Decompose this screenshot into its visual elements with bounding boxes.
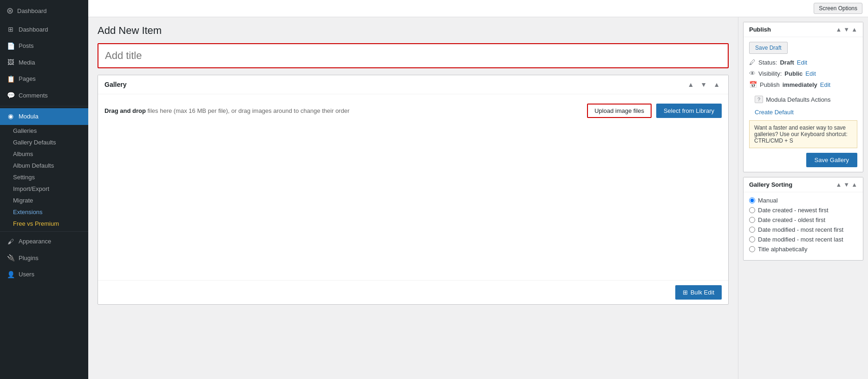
clearfix: Save Gallery bbox=[749, 151, 857, 167]
modula-badge: ? bbox=[755, 96, 763, 103]
sorting-option-date-modified-last: Date modified - most recent last bbox=[749, 236, 857, 243]
publish-metabox-body: Save Draft 🖊 Status: Draft Edit 👁 Visibi… bbox=[744, 37, 863, 172]
sidebar-item-label: Pages bbox=[19, 75, 36, 83]
gallery-down-button[interactable]: ▼ bbox=[698, 80, 709, 89]
upload-image-files-button[interactable]: Upload image files bbox=[587, 104, 652, 118]
sidebar-subitem-galleries[interactable]: Galleries bbox=[0, 125, 88, 137]
sorting-collapse-button[interactable]: ▲ bbox=[851, 181, 857, 188]
publish-metabox: Publish ▲ ▼ ▲ Save Draft 🖊 Status: Draft… bbox=[743, 22, 863, 172]
sidebar-subitem-migrate[interactable]: Migrate bbox=[0, 195, 88, 206]
screen-options-button[interactable]: Screen Options bbox=[814, 3, 862, 14]
sorting-label-date-modified-last: Date modified - most recent last bbox=[758, 236, 843, 243]
main-area: Screen Options Add New Item Gallery ▲ ▼ … bbox=[88, 0, 868, 379]
publish-collapse-button[interactable]: ▲ bbox=[851, 26, 857, 33]
publish-down-button[interactable]: ▼ bbox=[843, 26, 849, 33]
sorting-label-title-alpha: Title alphabetically bbox=[758, 246, 807, 253]
gallery-drop-area: Drag and drop files here (max 16 MB per … bbox=[104, 104, 722, 118]
sorting-label-manual: Manual bbox=[758, 197, 778, 204]
sidebar-item-pages[interactable]: 📋 Pages bbox=[0, 71, 88, 88]
sorting-radio-manual[interactable] bbox=[749, 197, 755, 203]
sidebar-subitem-free-vs-premium[interactable]: Free vs Premium bbox=[0, 218, 88, 229]
drag-drop-bold: Drag and drop bbox=[104, 107, 146, 114]
sorting-label-date-oldest: Date created - oldest first bbox=[758, 216, 825, 223]
gallery-controls: ▲ ▼ ▲ bbox=[685, 80, 722, 89]
sorting-radio-title-alpha[interactable] bbox=[749, 246, 755, 252]
sidebar-subitem-extensions[interactable]: Extensions bbox=[0, 206, 88, 218]
visibility-row: 👁 Visibility: Public Edit bbox=[749, 70, 857, 77]
posts-icon: 📄 bbox=[7, 42, 15, 51]
sidebar-logo[interactable]: ⊛ Dashboard bbox=[0, 0, 88, 21]
sorting-label-date-newest: Date created - newest first bbox=[758, 207, 829, 214]
title-input[interactable] bbox=[98, 44, 728, 67]
publish-when: immediately bbox=[783, 81, 817, 88]
status-row: 🖊 Status: Draft Edit bbox=[749, 59, 857, 66]
publish-edit-link[interactable]: Edit bbox=[820, 81, 830, 88]
sidebar-item-users[interactable]: 👤 Users bbox=[0, 267, 88, 283]
publish-label: Publish bbox=[760, 81, 780, 88]
sidebar-subitem-albums[interactable]: Albums bbox=[0, 148, 88, 160]
status-value: Draft bbox=[780, 59, 794, 66]
calendar-icon: 📅 bbox=[749, 81, 757, 88]
sidebar-item-comments[interactable]: 💬 Comments bbox=[0, 87, 88, 104]
sorting-radio-date-modified-recent[interactable] bbox=[749, 227, 755, 233]
content-area: Add New Item Gallery ▲ ▼ ▲ bbox=[88, 17, 868, 379]
gallery-sorting-metabox: Gallery Sorting ▲ ▼ ▲ ManualDate created… bbox=[743, 177, 863, 261]
modula-actions-label: Modula Defaults Actions bbox=[766, 96, 830, 103]
sidebar-item-label: Plugins bbox=[19, 254, 39, 262]
sidebar-item-modula[interactable]: ◉ Modula bbox=[0, 108, 88, 125]
sidebar-divider bbox=[0, 106, 88, 106]
sidebar-item-posts[interactable]: 📄 Posts bbox=[0, 38, 88, 55]
title-input-wrapper bbox=[98, 43, 729, 68]
sidebar-item-label: Appearance bbox=[19, 237, 51, 246]
bulk-edit-row: ⊞ Bulk Edit bbox=[98, 280, 728, 304]
sorting-down-button[interactable]: ▼ bbox=[843, 181, 849, 188]
sidebar-divider-2 bbox=[0, 231, 88, 232]
wordpress-icon: ⊛ bbox=[7, 6, 13, 16]
modula-icon: ◉ bbox=[7, 112, 15, 121]
sorting-label-date-modified-recent: Date modified - most recent first bbox=[758, 226, 843, 233]
publish-metabox-header: Publish ▲ ▼ ▲ bbox=[744, 22, 863, 37]
sidebar-subitem-gallery-defaults[interactable]: Gallery Defaults bbox=[0, 137, 88, 148]
bulk-edit-button[interactable]: ⊞ Bulk Edit bbox=[675, 285, 722, 300]
sidebar-item-media[interactable]: 🖼 Media bbox=[0, 54, 88, 71]
dashboard-icon: ⊞ bbox=[7, 25, 15, 34]
media-icon: 🖼 bbox=[7, 58, 15, 67]
gallery-up-button[interactable]: ▲ bbox=[685, 80, 696, 89]
sidebar-subitem-import-export[interactable]: Import/Export bbox=[0, 183, 88, 195]
sidebar-item-label: Comments bbox=[19, 91, 48, 100]
status-icon: 🖊 bbox=[749, 59, 756, 66]
bulk-edit-label: Bulk Edit bbox=[691, 289, 714, 296]
visibility-edit-link[interactable]: Edit bbox=[805, 70, 816, 77]
gallery-metabox: Gallery ▲ ▼ ▲ Drag and drop files here (… bbox=[98, 75, 729, 305]
save-gallery-button[interactable]: Save Gallery bbox=[806, 153, 857, 167]
sidebar-item-plugins[interactable]: 🔌 Plugins bbox=[0, 250, 88, 267]
visibility-icon: 👁 bbox=[749, 70, 756, 77]
users-icon: 👤 bbox=[7, 270, 15, 280]
gallery-sorting-title: Gallery Sorting bbox=[749, 181, 792, 188]
sidebar-subitem-settings[interactable]: Settings bbox=[0, 171, 88, 183]
create-default-link[interactable]: Create Default bbox=[749, 107, 857, 118]
gallery-collapse-button[interactable]: ▲ bbox=[711, 80, 722, 89]
gallery-drop-text-mid: files here (max 16 MB per file), or bbox=[147, 107, 236, 114]
keyboard-hint: Want a faster and easier way to save gal… bbox=[749, 120, 857, 148]
sidebar-item-appearance[interactable]: 🖌 Appearance bbox=[0, 234, 88, 250]
save-draft-button[interactable]: Save Draft bbox=[749, 42, 788, 54]
sidebar-item-label: Modula bbox=[19, 112, 39, 121]
gallery-drop-text: Drag and drop files here (max 16 MB per … bbox=[104, 107, 582, 114]
sorting-radio-date-oldest[interactable] bbox=[749, 217, 755, 223]
publish-controls: ▲ ▼ ▲ bbox=[835, 26, 857, 33]
select-from-library-button[interactable]: Select from Library bbox=[656, 104, 722, 118]
sorting-radio-date-modified-last[interactable] bbox=[749, 236, 755, 242]
sidebar-item-label: Media bbox=[19, 59, 35, 67]
sidebar-subitem-album-defaults[interactable]: Album Defaults bbox=[0, 160, 88, 171]
gallery-metabox-title: Gallery bbox=[104, 81, 126, 88]
comments-icon: 💬 bbox=[7, 91, 15, 100]
sidebar-item-dashboard[interactable]: ⊞ Dashboard bbox=[0, 21, 88, 38]
sorting-radio-date-newest[interactable] bbox=[749, 207, 755, 213]
gallery-sorting-header: Gallery Sorting ▲ ▼ ▲ bbox=[744, 177, 863, 192]
status-label: Status: bbox=[758, 59, 777, 66]
publish-up-button[interactable]: ▲ bbox=[835, 26, 842, 33]
status-edit-link[interactable]: Edit bbox=[797, 59, 807, 66]
visibility-label: Visibility: bbox=[758, 70, 782, 77]
sorting-up-button[interactable]: ▲ bbox=[835, 181, 842, 188]
